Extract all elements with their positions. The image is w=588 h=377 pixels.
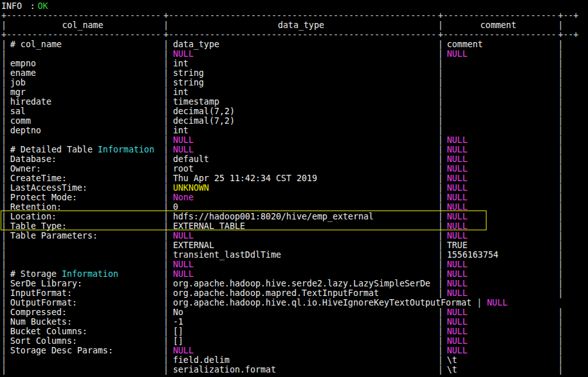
cell-comment: NULL <box>447 202 467 212</box>
cell-comment: NULL <box>447 49 467 59</box>
cell-data-type: EXTERNAL TABLE <box>173 221 245 231</box>
cell-col-name: job <box>10 78 26 87</box>
cell-col-name: Owner: <box>10 164 41 174</box>
column-separator: | <box>1 202 6 212</box>
column-separator: | <box>438 164 443 174</box>
column-separator: | <box>163 87 169 97</box>
cell-segment: NULL <box>173 49 193 59</box>
column-separator: | <box>558 288 563 298</box>
column-separator: | <box>558 135 563 145</box>
cell-col-name: OutputFormat: <box>10 298 77 307</box>
cell-data-type: None <box>173 193 193 202</box>
column-separator: | <box>558 68 563 78</box>
cell-segment: NULL <box>447 260 467 269</box>
status-value: OK <box>38 1 48 11</box>
table-row: ||||# Storage InformationNULLNULL <box>0 269 588 279</box>
cell-segment: NULL <box>173 269 193 279</box>
column-separator: | <box>558 183 563 193</box>
status-separator: : <box>30 1 35 11</box>
table-row: ||||field.delim\t <box>0 355 588 365</box>
column-separator: | <box>1 183 6 193</box>
table-row: ||||saldecimal(7,2) <box>0 107 588 116</box>
column-separator: | <box>1 87 6 97</box>
table-row: ||||Protect Mode:NoneNULL <box>0 193 588 202</box>
cell-segment: Information <box>62 269 119 279</box>
table-header-row: ||||col_namedata_typecomment <box>0 20 588 30</box>
column-separator: | <box>438 135 443 145</box>
column-separator: | <box>558 336 563 346</box>
column-separator: | <box>558 193 563 202</box>
column-separator: | <box>163 107 169 116</box>
table-row: ||||Bucket Columns:[]NULL <box>0 327 588 336</box>
cell-comment: comment <box>447 40 483 49</box>
column-separator: | <box>163 174 169 183</box>
cell-col-name: Sort Columns: <box>10 336 77 346</box>
cell-comment: \t <box>447 355 457 365</box>
cell-col-name: Compressed: <box>10 307 67 317</box>
border-segment: +-- <box>558 11 573 20</box>
cell-segment: decimal(7,2) <box>173 116 235 126</box>
cell-data-type: serialization.format <box>173 365 276 374</box>
cell-segment: | <box>472 298 487 307</box>
cell-data-type: NULL <box>173 346 193 355</box>
column-separator: | <box>558 250 563 260</box>
column-separator: | <box>1 154 6 164</box>
table-row: ||||Database:defaultNULL <box>0 154 588 164</box>
cell-segment: NULL <box>447 307 467 317</box>
column-separator: | <box>558 20 563 30</box>
cell-comment: NULL <box>447 336 467 346</box>
cell-data-type: org.apache.hadoop.hive.ql.io.HiveIgnoreK… <box>173 298 508 307</box>
cell-segment: mgr <box>10 87 26 97</box>
cell-segment: TRUE <box>447 240 467 250</box>
cell-data-type: int <box>173 126 188 135</box>
status-label: INFO <box>1 1 22 11</box>
cell-comment: NULL <box>447 164 467 174</box>
cell-data-type: 0 <box>173 202 178 212</box>
column-separator: | <box>1 59 6 68</box>
column-separator: | <box>163 68 169 78</box>
table-row: ||||Num Buckets:-1NULL <box>0 317 588 327</box>
cell-segment: # Detailed Table <box>10 145 98 154</box>
cell-segment: NULL <box>173 346 193 355</box>
cell-segment: NULL <box>487 298 508 307</box>
table-row: ||||Table Type:EXTERNAL TABLENULL <box>0 221 588 231</box>
border-segment: +---------------------------------------… <box>163 30 436 40</box>
cell-col-name: Retention: <box>10 202 62 212</box>
column-separator: | <box>163 97 169 107</box>
cell-data-type: NULL <box>173 269 193 279</box>
table-row: ||||NULLNULL <box>0 49 588 59</box>
column-separator: | <box>438 116 443 126</box>
column-separator: | <box>163 212 169 221</box>
cell-segment: int <box>173 126 188 135</box>
column-separator: | <box>438 327 443 336</box>
column-separator: | <box>438 78 443 87</box>
cell-segment: NULL <box>447 183 467 193</box>
cell-comment: NULL <box>447 279 467 288</box>
cell-comment: NULL <box>447 288 467 298</box>
column-separator: | <box>438 307 443 317</box>
cell-data-type: org.apache.hadoop.hive.serde2.lazy.LazyS… <box>173 279 430 288</box>
cell-comment: NULL <box>447 231 467 240</box>
column-separator: | <box>438 183 443 193</box>
column-separator: | <box>558 365 563 374</box>
cell-segment: serialization.format <box>173 365 276 374</box>
column-separator: | <box>1 174 6 183</box>
column-separator: | <box>163 250 169 260</box>
cell-segment: transient_lastDdlTime <box>173 250 281 260</box>
cell-segment: InputFormat: <box>10 288 72 298</box>
cell-data-type: default <box>173 154 209 164</box>
column-separator: | <box>163 307 169 317</box>
table-row: ||||# Detailed Table InformationNULLNULL <box>0 145 588 154</box>
column-separator: | <box>558 174 563 183</box>
cell-data-type: Thu Apr 25 11:42:34 CST 2019 <box>173 174 317 183</box>
cell-data-type: string <box>173 78 204 87</box>
column-separator: | <box>163 260 169 269</box>
column-separator: | <box>438 68 443 78</box>
cell-data-type: int <box>173 59 188 68</box>
table-row: ||||serialization.format\t <box>0 365 588 374</box>
cell-segment: EXTERNAL TABLE <box>173 221 245 231</box>
cell-segment: NULL <box>173 260 193 269</box>
column-separator: | <box>558 279 563 288</box>
column-separator: | <box>438 174 443 183</box>
column-separator: | <box>1 269 6 279</box>
